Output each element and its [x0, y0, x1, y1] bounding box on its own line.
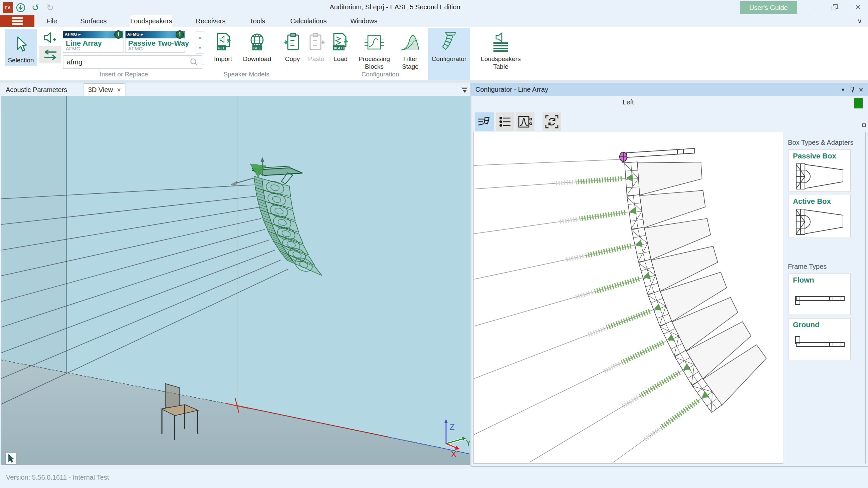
tab-close-icon[interactable]: ×: [117, 86, 121, 94]
statusbar: Version: 5.56.0.1611 - Internal Test: [0, 468, 868, 488]
titlebar: EA ↺ ↻ Auditorium, Sl.eprj - EASE 5 Seco…: [0, 0, 868, 15]
scroll-down-icon[interactable]: ▼: [196, 42, 204, 53]
redo-icon[interactable]: ↻: [44, 2, 56, 13]
cursor-icon: [14, 36, 28, 54]
app-window: EA ↺ ↻ Auditorium, Sl.eprj - EASE 5 Seco…: [0, 0, 868, 488]
tab-surfaces[interactable]: Surfaces: [74, 15, 113, 27]
save-icon[interactable]: [15, 2, 27, 13]
x-axis-label: X: [451, 450, 456, 459]
tab-receivers[interactable]: Receivers: [189, 15, 232, 27]
passive-box-drawing: [794, 162, 846, 191]
list-view-button[interactable]: [496, 112, 515, 131]
tab-windows[interactable]: Windows: [345, 15, 382, 27]
group-label-speaker-models: Speaker Models: [207, 71, 286, 79]
y-axis-label: Y: [466, 438, 470, 447]
box-type-passive[interactable]: Passive Box: [788, 150, 850, 192]
card-vendor: AFMG: [128, 46, 143, 52]
import-button[interactable]: GLL Import: [210, 29, 236, 63]
filter-stage-button[interactable]: Filter Stage: [397, 29, 424, 71]
3d-viewport[interactable]: Z Y X: [1, 96, 470, 465]
sidebar-border: [865, 132, 866, 464]
side-wall-surface: [1, 96, 66, 376]
group-label-configuration: Configuration: [286, 71, 475, 79]
configurator-icon: [439, 29, 459, 55]
add-speaker-button[interactable]: [41, 30, 59, 45]
main-menu-button[interactable]: [0, 15, 34, 27]
card-vendor: AFMG: [66, 46, 80, 52]
paste-icon: [307, 29, 325, 55]
active-box-drawing: [794, 208, 846, 236]
app-logo-icon: EA: [3, 2, 13, 13]
svg-text:GLL: GLL: [218, 46, 225, 50]
scroll-up-icon[interactable]: ▲: [196, 32, 204, 42]
paste-button[interactable]: Paste: [305, 29, 327, 63]
filter-stage-icon: [400, 29, 420, 55]
tab-acoustic-parameters[interactable]: Acoustic Parameters: [1, 84, 72, 96]
download-button[interactable]: GLL Download: [241, 29, 273, 63]
version-text: Version: 5.56.0.1611 - Internal Test: [6, 474, 109, 481]
pick-point-marker[interactable]: [620, 152, 627, 161]
configurator-panel: Configurator - Line Array ▾ × Left: [471, 84, 868, 466]
filter-view-button[interactable]: [516, 112, 534, 131]
users-guide-button[interactable]: User's Guide: [740, 1, 797, 14]
tab-loudspeakers[interactable]: Loudspeakers: [130, 15, 172, 27]
svg-text:XGLC: XGLC: [334, 46, 344, 50]
panel-close-icon[interactable]: ×: [856, 84, 866, 96]
configurator-viewport[interactable]: [473, 132, 783, 464]
array-color-chip[interactable]: [854, 98, 863, 108]
load-button[interactable]: XGLC Load: [329, 29, 352, 63]
ribbon-divider: [207, 29, 207, 73]
copy-icon: [284, 29, 301, 55]
import-gll-icon: GLL: [213, 29, 233, 55]
frame-type-flown[interactable]: Flown: [788, 273, 850, 315]
count-badge: 1: [176, 30, 184, 39]
box-type-active[interactable]: Active Box: [788, 195, 850, 237]
loudspeakers-table-button[interactable]: Loudspeakers Table: [478, 29, 524, 71]
ribbon-divider: [475, 29, 475, 73]
selection-label: Selection: [8, 57, 34, 64]
download-gll-icon: GLL: [247, 29, 267, 55]
undo-icon[interactable]: ↺: [29, 2, 41, 13]
count-badge: 1: [114, 30, 123, 39]
sidebar-pin-icon[interactable]: [861, 123, 868, 131]
auto-update-button[interactable]: [542, 112, 561, 131]
panel-dropdown-icon[interactable]: ▾: [838, 84, 848, 96]
tab-3d-view[interactable]: 3D View ×: [83, 84, 126, 96]
ribbon: Selection AFMG ▸ 1 Line Array AFMG AFMG …: [0, 27, 868, 81]
frame-type-ground[interactable]: Ground: [788, 318, 850, 360]
dock-strip: [0, 81, 868, 84]
processing-blocks-button[interactable]: Processing Blocks: [354, 29, 395, 71]
array-view-button[interactable]: [475, 112, 494, 131]
maximize-button[interactable]: [827, 1, 843, 13]
tab-file[interactable]: File: [40, 15, 63, 27]
box-types-heading: Box Types & Adapters: [788, 139, 853, 147]
flown-frame-drawing: [794, 289, 846, 310]
configurator-button[interactable]: Configurator: [429, 29, 469, 63]
load-xglc-icon: XGLC: [331, 29, 350, 55]
ribbon-collapse-icon[interactable]: ∨: [854, 17, 865, 25]
selection-button[interactable]: Selection: [5, 29, 37, 66]
array-name-label: Left: [471, 98, 785, 106]
close-button[interactable]: ×: [850, 1, 866, 13]
search-input[interactable]: [67, 58, 190, 66]
window-title: Auditorium, Sl.eprj - EASE 5 Second Edit…: [330, 3, 460, 11]
speaker-card-passive-two-way[interactable]: AFMG ▸ 1 Passive Two-Way AFMG: [125, 31, 185, 53]
speaker-card-line-array[interactable]: AFMG ▸ 1 Line Array AFMG: [63, 31, 124, 53]
copy-button[interactable]: Copy: [281, 29, 304, 63]
minimize-button[interactable]: –: [803, 1, 819, 13]
pointer-tool-button[interactable]: [5, 453, 17, 465]
tab-calculations[interactable]: Calculations: [286, 15, 331, 27]
speaker-search: [63, 55, 202, 69]
group-label-insert: Insert or Replace: [43, 71, 205, 79]
configurator-header[interactable]: Configurator - Line Array ▾ ×: [471, 84, 868, 96]
left-panel-tabbar: Acoustic Parameters 3D View ×: [1, 84, 470, 96]
array-boxes-2d: [554, 157, 774, 454]
tab-tools[interactable]: Tools: [244, 15, 271, 27]
menu-tabbar: File Surfaces Loudspeakers Receivers Too…: [0, 15, 868, 27]
swap-arrows-button[interactable]: [41, 47, 59, 62]
frame-types-heading: Frame Types: [788, 263, 827, 270]
configurator-title: Configurator - Line Array: [475, 86, 548, 93]
ground-frame-drawing: [794, 333, 846, 355]
search-icon: [190, 58, 198, 66]
panel-menu-icon[interactable]: [460, 86, 469, 95]
